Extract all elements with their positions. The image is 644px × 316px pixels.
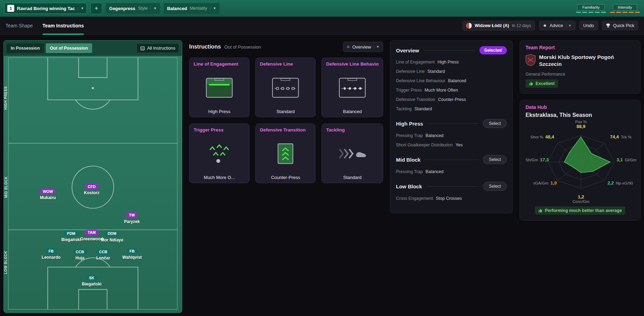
- data-hub-card: Data Hub Ekstraklasa, This Season Pas %8…: [520, 100, 641, 221]
- intensity-label: Intensity: [613, 4, 637, 10]
- add-tactic-button[interactable]: +: [90, 3, 102, 14]
- mid-block-rows: Pressing TrapBalanced: [396, 167, 507, 176]
- main-content: In Possession Out of Possession All Inst…: [0, 35, 644, 313]
- setting-row[interactable]: Cross EngagementStop Crosses: [396, 194, 507, 203]
- mentality-selector[interactable]: Balanced Mentality ▼: [164, 3, 220, 14]
- card-defensive-line-behaviour[interactable]: Defensive Line Behavio Balanced: [321, 58, 383, 117]
- star-icon: ★: [543, 23, 547, 28]
- chevron-down-icon[interactable]: ▼: [566, 24, 572, 27]
- player-chip[interactable]: CCB Huja: [73, 249, 87, 261]
- player-chip[interactable]: TW Paryzek: [124, 212, 140, 224]
- pitch-field: HIGH PRESS MID BLOCK LOW BLOCK WOW Mukai…: [8, 57, 178, 310]
- card-defensive-line[interactable]: Defensive Line Standard: [255, 58, 316, 117]
- position-badge[interactable]: PDM: [64, 230, 78, 236]
- player-name: Wahlqvist: [122, 255, 142, 260]
- data-hub-badge-text: Performing much better than average: [545, 208, 622, 213]
- player-chip[interactable]: FB Wahlqvist: [122, 248, 142, 260]
- position-badge[interactable]: FB: [126, 248, 138, 254]
- all-instructions-button[interactable]: All Instructions: [136, 43, 179, 53]
- pitch-panel: In Possession Out of Possession All Inst…: [3, 40, 182, 313]
- radar-axis-shot: Shot %48,4: [530, 134, 554, 139]
- section-mid-block: Mid Block Select: [396, 155, 507, 164]
- chevron-down-icon[interactable]: ▼: [150, 7, 157, 10]
- card-line-of-engagement[interactable]: Line of Engagement High Press: [189, 58, 249, 117]
- chevron-down-icon[interactable]: ▼: [374, 45, 379, 49]
- player-chip[interactable]: DDM Mor Ndiaye: [101, 231, 123, 242]
- high-press-select-button[interactable]: Select: [483, 119, 507, 128]
- setting-row[interactable]: Short Goalkeeper DistributionYes: [396, 140, 507, 150]
- advice-button[interactable]: ★ Advice ▼: [539, 20, 576, 31]
- view-selector[interactable]: ≡ Overview ▼: [343, 42, 383, 52]
- possession-toggle: In Possession Out of Possession All Inst…: [4, 41, 182, 56]
- quick-pick-button[interactable]: Quick Pick: [602, 20, 638, 31]
- toggle-out-of-possession[interactable]: Out of Possession: [46, 43, 92, 53]
- intensity-meter: Intensity: [610, 4, 640, 13]
- position-badge[interactable]: DDM: [105, 231, 120, 237]
- position-badge[interactable]: WOW: [39, 188, 56, 194]
- setting-row[interactable]: Defensive TransitionCounter-Press: [396, 95, 507, 104]
- radar-axis-sh: Sh/Gm17,3: [526, 157, 549, 162]
- radar-axis-gl: 3,1Gl/Gm: [617, 157, 636, 162]
- defensive-line-icon: [260, 67, 311, 109]
- setting-row[interactable]: Trigger PressMuch More Often: [396, 85, 507, 95]
- opponent-crest-icon: [466, 23, 472, 28]
- tab-team-instructions[interactable]: Team Instructions: [43, 17, 84, 35]
- card-trigger-press[interactable]: Trigger Press Much More O...: [189, 123, 249, 183]
- setting-row[interactable]: Line of EngagementHigh Press: [396, 57, 507, 67]
- overview-selected-button[interactable]: Selected: [479, 46, 507, 54]
- tactic-number-badge: 1: [7, 5, 14, 12]
- position-badge[interactable]: TW: [126, 212, 138, 218]
- performance-rating: Excellent: [536, 81, 555, 86]
- card-tackling[interactable]: Tackling Standard: [321, 123, 383, 183]
- familiarity-bar: [576, 12, 606, 13]
- player-chip[interactable]: TAM Greenwood: [80, 230, 103, 241]
- player-chip[interactable]: FB Leonardo: [42, 248, 61, 260]
- all-instructions-label: All Instructions: [147, 46, 175, 51]
- mentality-label: Mentality: [190, 6, 207, 11]
- right-column: Team Report Morski Klub Sportowy Pogoń S…: [520, 40, 641, 221]
- player-name: Mor Ndiaye: [101, 238, 123, 242]
- tab-team-shape[interactable]: Team Shape: [6, 17, 33, 35]
- card-defensive-transition[interactable]: Defensive Transition Counter-Press: [255, 123, 316, 183]
- position-badge[interactable]: TAM: [85, 230, 99, 236]
- instructions-title: Instructions: [189, 44, 221, 50]
- position-badge[interactable]: CCB: [96, 249, 111, 255]
- familiarity-label: Familiarity: [577, 4, 605, 10]
- overview-rows: Line of EngagementHigh Press Defensive L…: [396, 57, 507, 113]
- player-chip[interactable]: CFD Kostorz: [84, 183, 99, 195]
- tactic-selector[interactable]: 1 Ravrad Boring winning Tac ▼: [4, 3, 87, 14]
- radar-axis-conc: 1,2Conc/Gm: [573, 194, 590, 204]
- undo-button[interactable]: Undo: [579, 20, 598, 31]
- radar-axis-tck: 74,4Tck %: [610, 134, 632, 139]
- player-name: Lončar: [96, 256, 110, 261]
- undo-label: Undo: [583, 23, 594, 28]
- top-bar: 1 Ravrad Boring winning Tac ▼ + Gegenpre…: [0, 0, 644, 17]
- style-selector[interactable]: Gegenpress Style ▼: [106, 3, 160, 14]
- divider: [423, 50, 475, 51]
- setting-row[interactable]: Defensive Line BehaviourBalanced: [396, 76, 507, 85]
- instructions-subtitle: Out of Possession: [224, 44, 261, 50]
- chevron-down-icon[interactable]: ▼: [78, 7, 84, 10]
- chevron-down-icon[interactable]: ▼: [210, 7, 216, 10]
- mid-block-select-button[interactable]: Select: [483, 155, 507, 164]
- player-chip[interactable]: CCB Lončar: [96, 249, 111, 261]
- toggle-in-possession[interactable]: In Possession: [7, 43, 44, 53]
- radar-axis-xga: xGA/Gm1,0: [533, 180, 557, 186]
- player-chip[interactable]: WOW Mukairu: [39, 188, 56, 200]
- setting-row[interactable]: TacklingStandard: [396, 104, 507, 113]
- position-badge[interactable]: SK: [86, 275, 97, 281]
- position-badge[interactable]: CCB: [73, 249, 87, 255]
- player-chip[interactable]: PDM Biegański: [61, 230, 81, 242]
- setting-row[interactable]: Defensive LineStandard: [396, 67, 507, 76]
- position-badge[interactable]: CFD: [85, 183, 99, 189]
- player-chip[interactable]: SK Biegański: [82, 275, 102, 287]
- low-block-rows: Cross EngagementStop Crosses: [396, 194, 507, 203]
- view-selector-value: Overview: [352, 44, 371, 50]
- tab-bar-actions: Widzew Łódź (A) In 12 days ★ Advice ▼ Un…: [462, 20, 638, 31]
- setting-row[interactable]: Pressing TrapBalanced: [396, 167, 507, 176]
- position-badge[interactable]: FB: [45, 248, 57, 254]
- club-row[interactable]: Morski Klub Sportowy Pogoń Szczecin: [526, 54, 635, 68]
- next-match-chip[interactable]: Widzew Łódź (A) In 12 days: [462, 20, 535, 31]
- setting-row[interactable]: Pressing TrapBalanced: [396, 131, 507, 140]
- low-block-select-button[interactable]: Select: [483, 182, 507, 191]
